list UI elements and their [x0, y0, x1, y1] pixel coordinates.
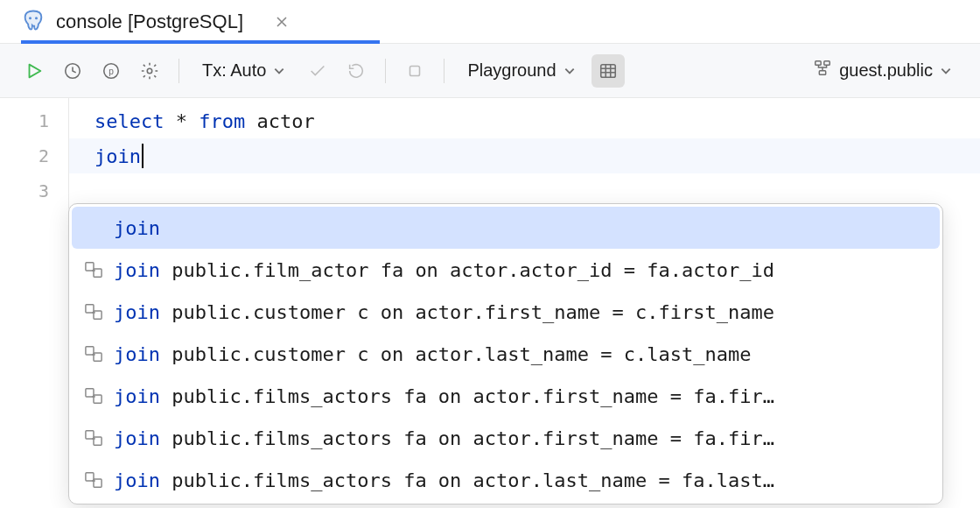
stop-button[interactable]	[398, 54, 431, 88]
chevron-down-icon	[273, 65, 285, 77]
line-number: 2	[0, 138, 68, 173]
relation-icon	[84, 428, 103, 448]
svg-rect-17	[86, 389, 94, 397]
svg-rect-7	[600, 64, 615, 77]
tx-mode-label: Tx: Auto	[202, 60, 266, 81]
schema-label: guest.public	[839, 60, 933, 81]
code-line-current: join	[68, 138, 980, 173]
close-tab-button[interactable]	[268, 15, 296, 29]
svg-rect-10	[820, 71, 826, 75]
line-number: 3	[0, 173, 68, 208]
chevron-down-icon	[564, 65, 576, 77]
completion-text: join public.customer c on actor.last_nam…	[114, 343, 752, 365]
separator	[444, 59, 444, 83]
code-line: select * from actor	[94, 103, 980, 138]
completion-text: join public.film_actor fa on actor.actor…	[114, 259, 774, 281]
separator	[178, 59, 179, 83]
tab-title: console [PostgreSQL]	[56, 11, 243, 33]
playground-label: Playground	[467, 60, 556, 81]
completion-text: join public.customer c on actor.first_na…	[114, 301, 774, 323]
caret	[142, 144, 144, 168]
sql-editor[interactable]: 1 2 3 select * from actor join	[0, 98, 980, 208]
schema-icon	[813, 59, 832, 82]
commit-button[interactable]	[301, 54, 334, 88]
relation-icon	[84, 344, 103, 363]
svg-rect-13	[86, 305, 94, 313]
svg-rect-11	[86, 263, 94, 271]
svg-rect-8	[816, 61, 821, 66]
completion-text: join public.films_actors fa on actor.fir…	[114, 427, 774, 449]
completion-item[interactable]: join public.films_actors fa on actor.las…	[72, 459, 940, 501]
chevron-down-icon	[940, 65, 952, 77]
completion-text: join public.films_actors fa on actor.fir…	[114, 385, 774, 407]
toolbar: p Tx: Auto Playground guest.public	[0, 44, 980, 98]
schema-dropdown[interactable]: guest.public	[802, 54, 962, 88]
completion-item[interactable]: join public.customer c on actor.first_na…	[72, 291, 940, 333]
svg-rect-21	[86, 473, 94, 481]
separator	[385, 59, 386, 83]
completion-item[interactable]: join public.customer c on actor.last_nam…	[72, 333, 940, 375]
console-tab[interactable]: console [PostgreSQL]	[21, 0, 296, 43]
history-icon[interactable]	[56, 54, 89, 88]
rollback-button[interactable]	[340, 54, 373, 88]
gutter-divider	[68, 98, 69, 208]
relation-icon	[84, 302, 103, 321]
completion-popup: joinjoin public.film_actor fa on actor.a…	[68, 203, 943, 504]
line-number: 1	[0, 103, 68, 138]
completion-text: join	[114, 217, 160, 239]
svg-point-5	[147, 68, 152, 74]
svg-rect-15	[86, 347, 94, 355]
relation-icon	[84, 386, 103, 406]
tab-bar: console [PostgreSQL]	[0, 0, 980, 44]
svg-rect-6	[410, 66, 420, 75]
tx-mode-dropdown[interactable]: Tx: Auto	[192, 54, 296, 88]
completion-text: join public.films_actors fa on actor.las…	[114, 469, 774, 491]
playground-dropdown[interactable]: Playground	[457, 54, 585, 88]
table-view-button[interactable]	[592, 54, 625, 88]
relation-icon	[84, 470, 103, 490]
settings-icon[interactable]	[133, 54, 166, 88]
relation-icon	[84, 218, 103, 237]
completion-item[interactable]: join public.films_actors fa on actor.fir…	[72, 375, 940, 417]
svg-point-1	[35, 17, 38, 19]
completion-item[interactable]: join public.film_actor fa on actor.actor…	[72, 249, 940, 291]
explain-plan-icon[interactable]: p	[94, 54, 128, 88]
run-button[interactable]	[18, 54, 51, 88]
gutter: 1 2 3	[0, 98, 68, 208]
svg-point-0	[29, 17, 32, 19]
postgres-icon	[21, 8, 46, 36]
svg-rect-9	[824, 61, 830, 66]
relation-icon	[84, 260, 103, 279]
svg-text:p: p	[108, 66, 114, 75]
completion-item[interactable]: join	[72, 207, 940, 249]
active-tab-indicator	[21, 40, 380, 44]
completion-item[interactable]: join public.films_actors fa on actor.fir…	[72, 417, 940, 459]
svg-rect-19	[86, 431, 94, 439]
code-area[interactable]: select * from actor join	[68, 98, 980, 208]
